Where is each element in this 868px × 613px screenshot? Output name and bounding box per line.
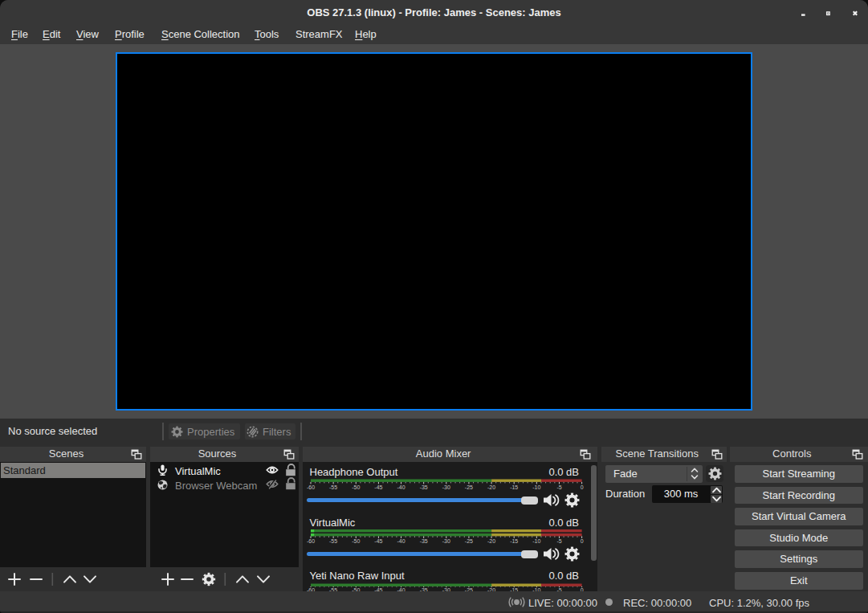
svg-text:-5: -5 [556, 484, 561, 490]
svg-text:-50: -50 [352, 538, 360, 544]
svg-text:-30: -30 [442, 484, 450, 490]
svg-text:-55: -55 [329, 484, 337, 490]
svg-text:-60: -60 [307, 484, 315, 490]
svg-text:-20: -20 [487, 484, 495, 490]
svg-text:-15: -15 [510, 538, 518, 544]
svg-text:-60: -60 [307, 538, 315, 544]
svg-text:-40: -40 [397, 484, 405, 490]
svg-text:-20: -20 [487, 538, 495, 544]
svg-text:-10: -10 [532, 484, 540, 490]
svg-text:-35: -35 [420, 484, 428, 490]
svg-text:-45: -45 [374, 484, 382, 490]
svg-text:-50: -50 [352, 484, 360, 490]
svg-text:-10: -10 [532, 538, 540, 544]
svg-text:-15: -15 [510, 484, 518, 490]
svg-text:0: 0 [581, 484, 584, 490]
svg-text:-45: -45 [374, 538, 382, 544]
svg-text:-35: -35 [420, 538, 428, 544]
svg-text:0: 0 [581, 538, 584, 544]
svg-text:-5: -5 [556, 538, 561, 544]
svg-text:-25: -25 [465, 538, 473, 544]
svg-text:-40: -40 [397, 538, 405, 544]
svg-text:-55: -55 [329, 538, 337, 544]
svg-text:-30: -30 [442, 538, 450, 544]
svg-text:-25: -25 [465, 484, 473, 490]
